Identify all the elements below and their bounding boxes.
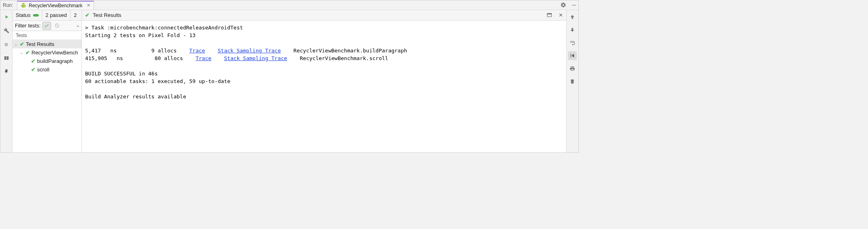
android-icon bbox=[21, 3, 26, 8]
pin-icon[interactable] bbox=[3, 68, 10, 75]
status-row: Status 2 passed 2 bbox=[13, 10, 81, 21]
stack-sampling-trace-link[interactable]: Stack Sampling Trace bbox=[218, 48, 281, 54]
print-icon[interactable] bbox=[568, 64, 577, 73]
status-label: Status bbox=[16, 12, 31, 18]
check-icon: ✔ bbox=[25, 50, 30, 56]
status-pill-icon bbox=[33, 14, 39, 17]
layout-icon[interactable] bbox=[3, 54, 10, 62]
right-gutter bbox=[566, 10, 578, 152]
filter-row: Filter tests: » bbox=[13, 21, 81, 31]
down-arrow-icon[interactable] bbox=[568, 25, 577, 34]
tree-test-label: scroll bbox=[37, 67, 49, 73]
tree-test-row[interactable]: ✔ scroll bbox=[13, 65, 81, 74]
check-icon: ✔ bbox=[31, 58, 35, 64]
run-label: Run: bbox=[3, 2, 13, 8]
gear-icon[interactable] bbox=[559, 1, 568, 10]
tree-class-label: RecyclerViewBench bbox=[31, 50, 78, 56]
tree-test-row[interactable]: ✔ buildParagraph bbox=[13, 57, 81, 65]
total-count: 2 bbox=[74, 12, 77, 18]
total-count-cell[interactable]: 2 bbox=[71, 10, 80, 20]
filter-ignored-button[interactable] bbox=[53, 22, 62, 30]
wrench-icon[interactable] bbox=[3, 27, 10, 34]
svg-line-3 bbox=[56, 24, 58, 27]
expand-filters-icon[interactable]: » bbox=[77, 23, 79, 28]
status-cell[interactable]: Status bbox=[13, 10, 42, 20]
left-gutter bbox=[0, 10, 13, 152]
config-name: RecyclerViewBenchmark bbox=[29, 3, 82, 8]
tree-root-label: Test Results bbox=[26, 41, 54, 47]
top-bar: Run: RecyclerViewBenchmark ✕ bbox=[0, 0, 578, 10]
tree-root-row[interactable]: ⌄ ✔ Test Results bbox=[13, 40, 81, 48]
trash-icon[interactable] bbox=[568, 77, 577, 86]
filter-label: Filter tests: bbox=[15, 23, 41, 29]
screenshot-icon[interactable] bbox=[547, 12, 552, 18]
tests-header: Tests bbox=[13, 31, 81, 40]
soft-wrap-icon[interactable] bbox=[568, 38, 577, 47]
stack-sampling-trace-link[interactable]: Stack Sampling Trace bbox=[224, 55, 287, 61]
close-icon[interactable]: ✕ bbox=[559, 12, 563, 18]
check-icon: ✔ bbox=[31, 67, 35, 73]
trace-link[interactable]: Trace bbox=[196, 55, 211, 61]
tree-class-row[interactable]: ⌄ ✔ RecyclerViewBench bbox=[13, 48, 81, 57]
close-tab-icon[interactable]: ✕ bbox=[87, 3, 90, 8]
chevron-down-icon[interactable]: ⌄ bbox=[20, 50, 24, 55]
test-panel: Status 2 passed 2 Filter tests: » bbox=[13, 10, 82, 152]
svg-rect-0 bbox=[572, 5, 576, 5]
rerun-icon[interactable] bbox=[3, 13, 10, 21]
check-icon: ✔ bbox=[85, 12, 90, 18]
stop-icon[interactable] bbox=[3, 41, 10, 48]
svg-rect-1 bbox=[5, 43, 8, 46]
svg-rect-5 bbox=[547, 13, 551, 14]
trace-link[interactable]: Trace bbox=[189, 48, 205, 54]
passed-count-cell[interactable]: 2 passed bbox=[42, 10, 71, 20]
minimize-icon[interactable] bbox=[570, 1, 578, 10]
console-header: ✔ Test Results ✕ bbox=[82, 10, 566, 21]
scroll-to-end-icon[interactable] bbox=[568, 51, 577, 60]
check-icon: ✔ bbox=[20, 41, 24, 47]
tree-test-label: buildParagraph bbox=[37, 58, 73, 64]
run-config-tab[interactable]: RecyclerViewBenchmark ✕ bbox=[17, 1, 94, 10]
up-arrow-icon[interactable] bbox=[568, 12, 577, 21]
filter-passed-button[interactable] bbox=[42, 22, 51, 30]
chevron-down-icon[interactable]: ⌄ bbox=[14, 42, 18, 46]
test-tree[interactable]: ⌄ ✔ Test Results ⌄ ✔ RecyclerViewBench ✔… bbox=[13, 40, 81, 152]
console-output[interactable]: > Task :microbenchmark:connectedReleaseA… bbox=[82, 21, 566, 152]
run-tool-window: Run: RecyclerViewBenchmark ✕ bbox=[0, 0, 579, 153]
console-title: Test Results bbox=[93, 12, 121, 18]
console-column: ✔ Test Results ✕ > Task :microbenchmark:… bbox=[82, 10, 566, 152]
passed-text: 2 passed bbox=[46, 12, 67, 18]
